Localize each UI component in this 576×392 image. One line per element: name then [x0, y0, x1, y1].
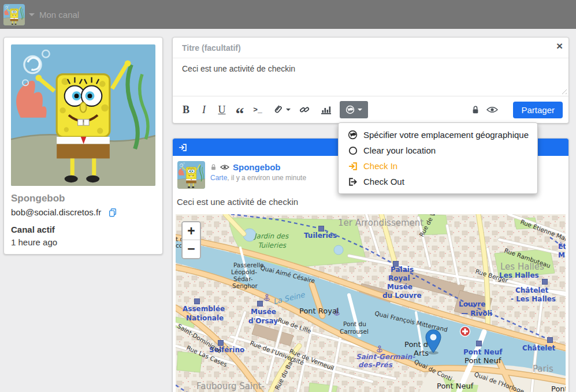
close-icon[interactable]: ×	[556, 40, 563, 51]
map-label: Jardin des	[253, 232, 289, 240]
map-label: Pont Neuf	[464, 356, 501, 365]
share-button[interactable]: Partager	[513, 102, 563, 118]
map-label: Carrousel	[340, 328, 369, 335]
chevron-down-icon[interactable]	[29, 13, 35, 16]
map-label: Châtelet	[515, 286, 549, 294]
map-label: Pont Neuf	[463, 348, 503, 356]
page: Mon canal Spongebob bob@social.discretos…	[0, 0, 576, 392]
location-menu-button[interactable]	[340, 101, 368, 118]
sign-in-icon	[179, 143, 187, 152]
map-label: du Louvre	[382, 292, 422, 300]
profile-card: Spongebob bob@social.discretos.fr Canal …	[3, 37, 163, 255]
map-label: Palais	[391, 266, 414, 274]
post-author-link[interactable]: Spongebob	[233, 162, 281, 172]
italic-button[interactable]: I	[196, 101, 211, 118]
map-label: Senghor	[232, 282, 258, 289]
post-title-input[interactable]	[173, 38, 529, 58]
channel-status-time: 1 heure ago	[11, 237, 155, 247]
globe-icon	[345, 105, 355, 114]
map-label: Pont	[551, 384, 566, 392]
circle-o-icon	[347, 146, 358, 155]
post-composer: × Ceci est une activité de checkin B I U…	[172, 37, 569, 124]
map-label: Pont Royal	[299, 307, 339, 315]
link-icon	[299, 104, 310, 115]
map-label: Assemblée	[183, 305, 225, 313]
map-label: Saint-Germain-	[356, 353, 415, 361]
menu-item-clear-location[interactable]: Clear your location	[339, 143, 537, 158]
map-label: Arts	[414, 349, 429, 357]
metro-station-icon	[258, 301, 263, 307]
metro-station-icon	[319, 226, 324, 232]
lock-icon	[210, 163, 217, 171]
map-zoom-control: + −	[181, 221, 201, 259]
eye-icon	[486, 106, 498, 114]
map-label: - Les Halles	[511, 295, 556, 303]
map-label: Éti	[558, 242, 566, 251]
metro-station-icon	[195, 299, 200, 304]
link-button[interactable]	[297, 101, 312, 118]
map-label: Passerelle	[233, 262, 264, 268]
underline-button[interactable]: U	[214, 101, 229, 118]
quote-button[interactable]: “	[232, 101, 247, 118]
bar-chart-icon	[321, 105, 332, 115]
profile-photo[interactable]	[11, 44, 155, 186]
channel-status-title: Canal actif	[11, 225, 155, 234]
attach-button[interactable]	[273, 101, 291, 118]
menu-item-check-in[interactable]: Check In	[339, 158, 537, 174]
post-location-link[interactable]: Carte	[210, 174, 227, 182]
channel-avatar[interactable]	[3, 4, 25, 25]
post-timestamp: , il y a environ une minute	[227, 174, 306, 182]
copy-icon[interactable]	[108, 208, 117, 217]
map-label: Musée	[251, 308, 276, 316]
eye-icon	[220, 164, 229, 170]
map-label: d'Orsay	[248, 317, 278, 325]
map-label: Pont Neuf	[437, 382, 474, 390]
map-label: Les Halles	[500, 262, 544, 272]
chevron-down-icon	[286, 109, 291, 111]
metro-station-icon	[477, 341, 482, 346]
metro-station-icon	[542, 279, 548, 285]
map-label: des-Prés	[358, 361, 393, 369]
menu-item-set-location[interactable]: Spécifier votre emplacement géographique	[339, 127, 537, 143]
channel-menu-label[interactable]: Mon canal	[39, 10, 79, 20]
zoom-out-button[interactable]: −	[183, 240, 200, 258]
menu-item-check-out[interactable]: Check Out	[339, 174, 537, 189]
map-label: Léopold-	[231, 268, 257, 275]
chevron-down-icon	[358, 109, 362, 111]
lock-icon	[471, 105, 480, 114]
composer-toolbar: B I U “ >_	[173, 96, 568, 123]
top-navbar: Mon canal	[0, 0, 576, 29]
sign-in-icon	[347, 162, 358, 171]
metro-station-icon	[218, 341, 224, 346]
map-label: Musée	[387, 283, 413, 291]
preview-button[interactable]	[486, 106, 498, 114]
post-body-input[interactable]: Ceci est une activité de checkin	[173, 58, 568, 96]
map[interactable]: + −	[176, 214, 566, 392]
map-label: Faubourg Saint-	[196, 381, 265, 391]
post-author-avatar[interactable]	[177, 161, 205, 189]
hospital-icon	[460, 327, 470, 337]
map-label: Royal -	[388, 274, 415, 282]
map-label: Tuileries	[304, 232, 337, 240]
code-button[interactable]: >_	[250, 101, 265, 118]
zoom-in-button[interactable]: +	[183, 222, 200, 240]
map-label: Louvre	[459, 300, 485, 308]
main-column: × Ceci est une activité de checkin B I U…	[172, 37, 569, 392]
poll-button[interactable]	[318, 101, 333, 118]
location-dropdown-menu: Spécifier votre emplacement géographique…	[338, 122, 538, 194]
map-label: M	[558, 251, 565, 259]
profile-name: Spongebob	[11, 193, 155, 204]
map-label: Sédar-	[233, 275, 253, 282]
map-label: Châtelet	[522, 344, 556, 352]
sign-out-icon	[347, 177, 358, 186]
profile-address: bob@social.discretos.fr	[11, 207, 101, 217]
map-label: Nationale	[186, 314, 224, 322]
metro-station-icon	[548, 338, 553, 343]
permissions-lock-button[interactable]	[471, 105, 480, 114]
map-canvas: 1er ArrondissementTuileriesJardin desTui…	[176, 214, 566, 392]
map-label: — Rivoli	[461, 309, 492, 318]
globe-icon	[347, 130, 358, 140]
map-label: Paris	[533, 364, 553, 374]
bold-button[interactable]: B	[179, 101, 194, 118]
map-label: Tuileries	[258, 241, 287, 249]
